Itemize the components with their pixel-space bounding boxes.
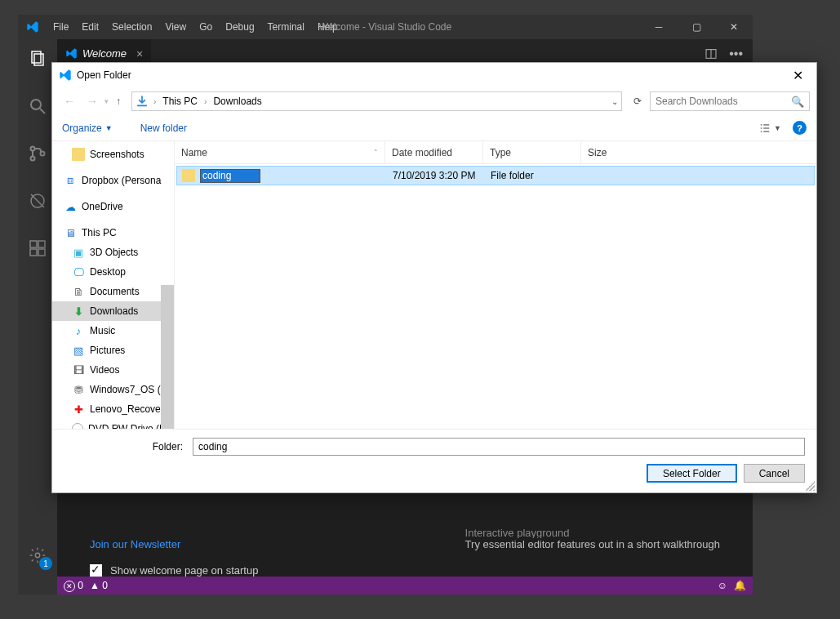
tree-item-label: DVD RW Drive (E — [88, 423, 166, 429]
nav-back-button[interactable]: ← — [59, 91, 80, 112]
folder-field-label: Folder: — [64, 441, 186, 452]
breadcrumb-sep-icon[interactable]: › — [152, 97, 158, 106]
tree-item[interactable]: Screenshots — [52, 145, 174, 164]
tree-item[interactable]: ⧈Dropbox (Persona — [52, 171, 174, 190]
startup-checkbox[interactable] — [90, 564, 102, 577]
svg-rect-11 — [30, 249, 37, 256]
notifications-icon[interactable]: 🔔 — [734, 580, 746, 591]
svg-rect-1 — [34, 54, 43, 65]
nav-up-button[interactable]: ↑ — [110, 96, 127, 107]
svg-point-2 — [31, 100, 41, 109]
tab-close-icon[interactable]: × — [136, 47, 143, 60]
vscode-dialog-icon — [59, 69, 72, 82]
tree-item[interactable]: 🖵Desktop — [52, 262, 174, 282]
status-warnings[interactable]: ▲ 0 — [90, 580, 108, 591]
svg-point-5 — [31, 157, 35, 161]
menu-debug[interactable]: Debug — [219, 21, 260, 33]
titlebar: File Edit Selection View Go Debug Termin… — [18, 15, 753, 39]
breadcrumb-downloads[interactable]: Downloads — [211, 96, 263, 107]
tree-item-label: Screenshots — [90, 149, 144, 160]
tree-item[interactable]: 🗎Documents — [52, 282, 174, 301]
tree-item[interactable]: ⛃Windows7_OS (C — [52, 380, 174, 399]
folder-field[interactable] — [193, 438, 805, 456]
file-list-pane: Name˄ Date modified Type Size coding7/10… — [175, 141, 816, 429]
more-actions-icon[interactable]: ••• — [729, 47, 743, 61]
startup-label: Show welcome page on startup — [110, 564, 258, 577]
tree-item[interactable]: ☁OneDrive — [52, 197, 174, 216]
column-size[interactable]: Size — [581, 141, 647, 163]
open-folder-dialog: Open Folder ✕ ← → ▾ ↑ › This PC › Downlo… — [51, 62, 817, 493]
help-button[interactable]: ? — [793, 121, 807, 135]
tree-item[interactable]: ▣3D Objects — [52, 243, 174, 262]
organize-button[interactable]: Organize ▼ — [62, 122, 113, 134]
column-date[interactable]: Date modified — [385, 141, 483, 163]
split-editor-icon[interactable] — [704, 47, 718, 60]
minimize-button[interactable]: ─ — [640, 15, 678, 39]
tree-item-label: Videos — [90, 364, 119, 376]
cancel-button[interactable]: Cancel — [744, 464, 805, 483]
feedback-icon[interactable]: ☺ — [718, 580, 727, 591]
rename-input[interactable]: coding — [200, 169, 260, 183]
dialog-nav-bar: ← → ▾ ↑ › This PC › Downloads ⌄ ⟳ 🔍 — [52, 87, 816, 115]
breadcrumb-this-pc[interactable]: This PC — [161, 96, 199, 107]
menu-help[interactable]: Help — [311, 21, 344, 33]
tree-item[interactable]: ✚Lenovo_Recover — [52, 399, 174, 419]
nav-forward-button[interactable]: → — [82, 91, 103, 112]
svg-point-13 — [35, 553, 40, 558]
newsletter-link[interactable]: Join our Newsletter — [90, 538, 180, 550]
menu-go[interactable]: Go — [193, 21, 219, 33]
tree-item[interactable]: 🖥This PC — [52, 223, 174, 243]
tree-item-label: Lenovo_Recover — [90, 403, 164, 415]
tree-item[interactable]: ⬇Downloads — [52, 301, 174, 321]
downloads-location-icon — [136, 95, 149, 108]
breadcrumb-sep-icon[interactable]: › — [202, 97, 208, 106]
column-name[interactable]: Name˄ — [175, 141, 385, 163]
tree-item-label: 3D Objects — [90, 247, 138, 258]
tree-item[interactable]: 🎞Videos — [52, 360, 174, 380]
tree-item-label: Music — [90, 325, 115, 336]
svg-rect-9 — [30, 241, 37, 247]
vscode-tab-icon — [65, 47, 78, 60]
dialog-close-button[interactable]: ✕ — [786, 68, 810, 83]
tab-label: Welcome — [82, 47, 127, 60]
breadcrumb-expand-icon[interactable]: ⌄ — [611, 97, 618, 106]
search-input[interactable] — [656, 96, 791, 107]
menu-view[interactable]: View — [158, 21, 193, 33]
dialog-titlebar: Open Folder ✕ — [52, 63, 816, 87]
recent-dropdown-icon[interactable]: ▾ — [104, 97, 109, 105]
svg-point-4 — [31, 147, 35, 151]
column-type[interactable]: Type — [483, 141, 581, 163]
file-row[interactable]: coding7/10/2019 3:20 PMFile folder — [176, 166, 815, 185]
dialog-title: Open Folder — [77, 69, 131, 81]
dialog-toolbar: Organize ▼ New folder ▼ ? — [52, 115, 816, 141]
resize-grip-icon[interactable] — [805, 481, 815, 491]
change-view-button[interactable]: ▼ — [758, 122, 781, 134]
menu-file[interactable]: File — [47, 21, 75, 33]
close-button[interactable]: ✕ — [715, 15, 753, 39]
menu-selection[interactable]: Selection — [105, 21, 158, 33]
sort-indicator-icon: ˄ — [374, 149, 378, 157]
refresh-button[interactable]: ⟳ — [627, 91, 648, 111]
search-icon[interactable]: 🔍 — [791, 96, 804, 108]
column-headers: Name˄ Date modified Type Size — [175, 141, 816, 164]
tree-item[interactable]: ▧Pictures — [52, 341, 174, 360]
svg-rect-0 — [32, 51, 41, 63]
select-folder-button[interactable]: Select Folder — [647, 464, 737, 483]
svg-line-3 — [40, 109, 45, 114]
folder-tree[interactable]: Screenshots⧈Dropbox (Persona☁OneDrive🖥Th… — [52, 141, 175, 429]
breadcrumb-bar[interactable]: › This PC › Downloads ⌄ — [131, 91, 622, 111]
search-box[interactable]: 🔍 — [650, 91, 810, 111]
menu-terminal[interactable]: Terminal — [261, 21, 311, 33]
tree-item[interactable]: DVD RW Drive (E — [52, 419, 174, 429]
walkthrough-card[interactable]: Interactive playground Try essential edi… — [465, 527, 720, 550]
maximize-button[interactable]: ▢ — [678, 15, 715, 39]
tree-item[interactable]: ♪Music — [52, 321, 174, 341]
tree-item-label: OneDrive — [82, 201, 123, 212]
menu-edit[interactable]: Edit — [75, 21, 105, 33]
status-errors[interactable]: ✕ 0 — [64, 580, 83, 592]
svg-point-6 — [41, 152, 45, 156]
new-folder-button[interactable]: New folder — [140, 122, 187, 134]
tree-scrollbar-thumb[interactable] — [161, 285, 174, 429]
tree-item-label: This PC — [82, 227, 117, 238]
tree-item-label: Desktop — [90, 266, 126, 278]
